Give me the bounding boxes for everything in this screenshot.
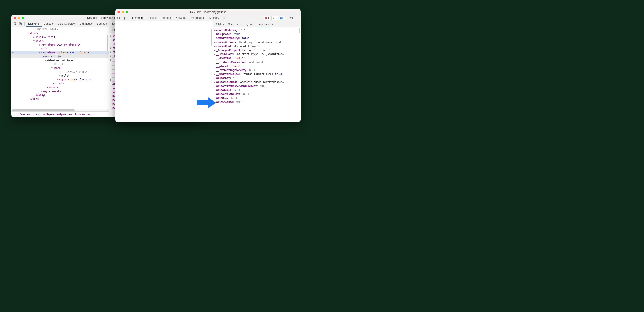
more-tabs-icon[interactable]: » (222, 16, 227, 20)
dom-node[interactable]: </body> (12, 93, 109, 97)
breadcrumb-item[interactable]: #shadow-root (75, 113, 93, 116)
close-icon[interactable] (14, 17, 16, 19)
dom-node[interactable]: "Hello" (12, 74, 109, 78)
tab-lighthouse[interactable]: Lighthouse (77, 21, 95, 27)
warnings-badge[interactable]: ▲3 (271, 16, 278, 20)
property-row[interactable]: accessKey: "" (214, 76, 299, 80)
property-row[interactable]: ▶renderOptions: {host: my-element.mars, … (214, 40, 299, 44)
property-row[interactable]: ariaChecked: null (214, 100, 299, 104)
property-row[interactable]: ▶enableUpdating: f () (214, 28, 299, 32)
property-row[interactable]: ariaBusy: null (214, 96, 299, 100)
dom-node[interactable]: <!DOCTYPE html> (12, 28, 109, 31)
inspect-icon[interactable] (13, 22, 17, 26)
separator (24, 22, 24, 26)
property-row[interactable]: ▶__updatePromise: Promise {<fulfilled>: … (214, 72, 299, 76)
tab-computed[interactable]: Computed (226, 21, 242, 27)
errors-badge[interactable]: ⊗1 (264, 16, 270, 20)
warnings-count: 3 (276, 17, 277, 20)
separator (288, 16, 288, 20)
dom-node[interactable]: "Mars"> == $0 (12, 55, 109, 58)
sidebar-pane: StylesComputedLayoutProperties » ▶enable… (213, 21, 300, 122)
property-row[interactable]: ▶renderRoot: document-fragment (214, 44, 299, 48)
tab-network[interactable]: Network (174, 15, 188, 21)
tab-console[interactable]: Console (146, 15, 160, 21)
device-toggle-icon[interactable] (122, 16, 126, 20)
inspect-icon[interactable] (116, 16, 121, 20)
property-row[interactable]: __greeting: "Hello" (214, 56, 299, 60)
svg-rect-1 (19, 23, 21, 25)
traffic-lights (14, 17, 24, 19)
window-title: DevTools - lit.dev/playground/ (115, 11, 300, 14)
breadcrumb-item[interactable]: playground-preview#preview (33, 113, 72, 116)
tab-sources[interactable]: Sources (95, 21, 109, 27)
close-icon[interactable] (117, 11, 120, 13)
titlebar[interactable]: DevTools - lit.dev/playground/ (115, 9, 300, 15)
property-row[interactable]: ariaAutoComplete: null (214, 92, 299, 96)
tab-properties[interactable]: Properties (254, 21, 271, 27)
more-tabs-icon[interactable]: » (272, 23, 274, 26)
panel-tabs: ElementsConsoleCSS OverviewLighthouseSou… (26, 21, 123, 27)
property-row[interactable]: ▶accessibleNode: AccessibleNode {activeD… (214, 80, 299, 84)
messages-badge[interactable]: ▤1 (279, 16, 286, 20)
elements-pane: <!DOCTYPE html> ▼<html> ▶<head>…</head> … (12, 27, 109, 117)
dom-node[interactable]: ▼<body> (12, 39, 109, 43)
dom-node[interactable]: </span> (12, 85, 109, 89)
dom-node[interactable]: ▼<span> (12, 66, 109, 70)
dom-node[interactable]: ▶<my-element>…</my-element> (12, 43, 109, 47)
crumb-overflow-left[interactable]: … (14, 113, 15, 116)
device-toggle-icon[interactable] (18, 22, 23, 26)
property-row[interactable]: __instanceProperties: undefined (214, 60, 299, 64)
properties-list[interactable]: ▶enableUpdating: f ()hasUpdated: trueisU… (213, 28, 300, 122)
dom-node[interactable]: ⋯ ▶<my-element class="mars" planet= (12, 51, 109, 55)
panel-tabs: ElementsConsoleSourcesNetworkPerformance… (130, 15, 221, 21)
zoom-icon[interactable] (22, 17, 24, 19)
property-row[interactable]: ariaActiveDescendantElement: null (214, 84, 299, 88)
tab-performance[interactable]: Performance (188, 15, 207, 21)
kebab-icon[interactable]: ⋮ (295, 16, 299, 20)
separator (128, 16, 128, 20)
property-row[interactable]: ariaAtomic: null (214, 88, 299, 92)
h-scrollbar[interactable] (12, 109, 109, 111)
tab-elements[interactable]: Elements (130, 15, 146, 21)
property-row[interactable]: ▶__childPart: ChildPart {type: 2, _$comm… (214, 52, 299, 56)
dom-node[interactable]: <!----> (12, 62, 109, 66)
tab-css-overview[interactable]: CSS Overview (56, 21, 78, 27)
tab-console[interactable]: Console (42, 21, 56, 27)
property-row[interactable]: isUpdatePending: false (214, 36, 299, 40)
main-toolbar: ElementsConsoleSourcesNetworkPerformance… (115, 15, 300, 21)
dom-tree[interactable]: <!DOCTYPE html> ▼<html> ▶<head>…</head> … (12, 27, 109, 109)
property-row[interactable]: ▶_$changedProperties: Map(0) {size: 0} (214, 48, 299, 52)
minimize-icon[interactable] (18, 17, 20, 19)
property-row[interactable]: hasUpdated: true (214, 32, 299, 36)
tab-elements[interactable]: Elements (26, 21, 42, 27)
svg-rect-4 (123, 17, 125, 19)
dom-node[interactable]: <!--?lit$927534869$--> (12, 70, 109, 74)
crumb-overflow-right[interactable]: … (105, 113, 107, 116)
messages-count: 1 (283, 17, 284, 20)
dom-node[interactable]: ▶<head>…</head> (12, 35, 109, 39)
tab-memory[interactable]: Memory (207, 15, 221, 21)
tab-layout[interactable]: Layout (242, 21, 254, 27)
tab-styles[interactable]: Styles (214, 21, 226, 27)
dom-node[interactable]: ▼#shadow-root (open) (12, 58, 109, 62)
errors-count: 1 (268, 17, 269, 20)
zoom-icon[interactable] (126, 11, 128, 13)
arrow-icon (197, 96, 216, 109)
tab-sources[interactable]: Sources (160, 15, 174, 21)
dom-node[interactable]: <hr> (12, 47, 109, 51)
breadcrumb: … dPreviewplayground-preview#preview#sha… (12, 111, 109, 117)
minimize-icon[interactable] (122, 11, 124, 13)
dom-node[interactable]: </span> (12, 82, 109, 85)
dom-node[interactable]: ▶<span class="planet">… (12, 78, 109, 82)
breadcrumb-item[interactable]: dPreview (18, 113, 30, 116)
sidebar-tabs: StylesComputedLayoutProperties » (213, 21, 300, 28)
property-row[interactable]: __planet: "Mars" (214, 64, 299, 68)
traffic-lights (117, 11, 128, 13)
dom-node[interactable]: </my-element> (12, 89, 109, 93)
dom-node[interactable]: ▼<html> (12, 31, 109, 35)
dom-node[interactable]: </html> (12, 97, 109, 101)
property-row[interactable]: __reflectingProperty: null (214, 68, 299, 72)
gear-icon[interactable] (290, 16, 294, 20)
